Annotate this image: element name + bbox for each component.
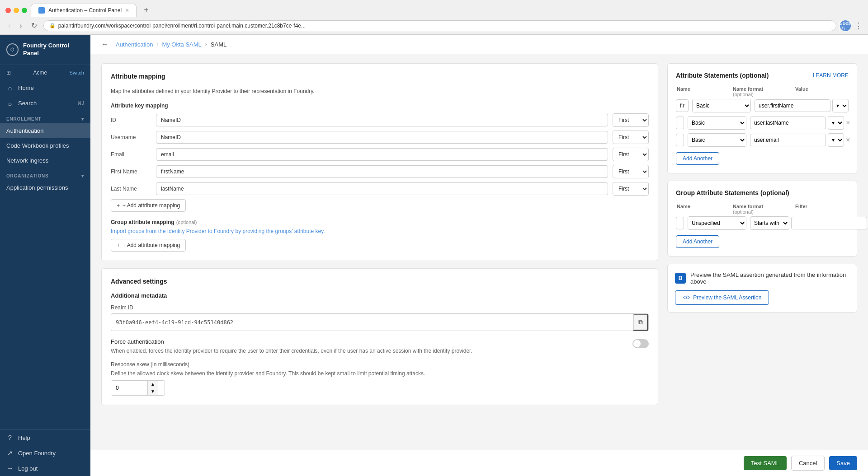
attr-format-group-lastname: BasicURI ReferenceUnspecified: [688, 116, 746, 130]
cancel-button[interactable]: Cancel: [791, 456, 825, 471]
mapping-select-lastname[interactable]: FirstAll: [613, 182, 649, 196]
help-icon: ?: [6, 434, 14, 441]
attr-format-select-email[interactable]: BasicURI ReferenceUnspecified: [688, 134, 746, 146]
realm-id-field: Realm ID ⧉: [111, 304, 649, 331]
tab-close-button[interactable]: ×: [125, 7, 129, 14]
attr-remove-email[interactable]: ×: [846, 136, 850, 144]
number-down-button[interactable]: ▼: [148, 388, 158, 395]
browser-tab[interactable]: Authentication – Control Panel ×: [31, 4, 137, 17]
organizations-arrow-icon: ▾: [81, 173, 84, 178]
breadcrumb-sep-2: ›: [205, 41, 207, 47]
force-auth-desc: When enabled, forces the identity provid…: [111, 347, 627, 355]
browser-profile[interactable]: Guest (2): [840, 20, 851, 31]
save-button[interactable]: Save: [829, 456, 857, 470]
realm-id-copy-button[interactable]: ⧉: [633, 314, 648, 331]
group-filter-type-select[interactable]: Starts withEqualsContainsRegex: [750, 216, 789, 230]
group-name-input[interactable]: [676, 217, 684, 229]
force-auth-toggle[interactable]: [632, 339, 649, 348]
group-filter-value-input[interactable]: [791, 217, 867, 229]
attr-name-lastname[interactable]: [676, 117, 684, 129]
add-another-attr-statement-button[interactable]: Add Another: [676, 152, 719, 165]
sidebar-section-enrollment: ENROLLMENT ▾: [0, 111, 90, 123]
back-button[interactable]: ‹: [5, 20, 13, 32]
enrollment-arrow-icon: ▾: [81, 117, 84, 121]
sidebar-item-search[interactable]: ⌕ Search ⌘J: [0, 96, 90, 111]
mapping-input-id[interactable]: [156, 114, 608, 126]
sidebar-item-code-workbook[interactable]: Code Workbook profiles: [0, 138, 90, 153]
realm-id-label: Realm ID: [111, 304, 649, 311]
sidebar: ⬡ Foundry Control Panel ⊞ Acme Switch ⌂ …: [0, 35, 90, 476]
org-icon: ⊞: [6, 70, 11, 76]
new-tab-button[interactable]: +: [140, 4, 152, 17]
number-up-button[interactable]: ▲: [148, 381, 158, 388]
sidebar-item-app-permissions[interactable]: Application permissions: [0, 180, 90, 195]
breadcrumb-okta-saml-link[interactable]: My Okta SAML: [162, 41, 201, 48]
sidebar-item-home[interactable]: ⌂ Home: [0, 80, 90, 96]
breadcrumb-back-button[interactable]: ←: [101, 40, 108, 48]
sidebar-app-title: Foundry Control Panel: [23, 42, 84, 57]
sidebar-header: ⬡ Foundry Control Panel: [0, 35, 90, 65]
response-skew-input[interactable]: [111, 381, 147, 395]
learn-more-link[interactable]: LEARN MORE: [813, 72, 849, 79]
response-skew-label: Response skew (in milliseconds): [111, 361, 649, 368]
attr-value-input-lastname[interactable]: [750, 117, 826, 129]
attr-format-select-firstname[interactable]: BasicURI ReferenceUnspecified: [693, 99, 750, 112]
add-attribute-mapping-button[interactable]: + + Add attribute mapping: [111, 199, 186, 212]
preview-saml-button[interactable]: </> Preview the SAML Assertion: [675, 290, 769, 305]
close-dot[interactable]: [5, 8, 11, 13]
page-body: Attribute mapping Map the attributes def…: [90, 54, 868, 450]
enrollment-section-label: ENROLLMENT: [6, 117, 41, 121]
attr-format-select-lastname[interactable]: BasicURI ReferenceUnspecified: [688, 117, 746, 129]
breadcrumb-sep-1: ›: [156, 41, 158, 47]
attr-value-select-lastname[interactable]: ▾: [828, 116, 844, 130]
realm-id-input[interactable]: [111, 316, 633, 329]
add-attribute-label: + Add attribute mapping: [123, 202, 180, 209]
breadcrumb-authentication-link[interactable]: Authentication: [116, 41, 153, 48]
sidebar-logo: ⬡: [6, 43, 19, 56]
metadata-section-title: Additional metadata: [111, 292, 649, 299]
toggle-slider: [632, 339, 649, 348]
attribute-mapping-desc: Map the attributes defined in your Ident…: [111, 87, 649, 95]
attr-value-select-email[interactable]: ▾: [828, 133, 844, 147]
sidebar-item-help[interactable]: ? Help: [0, 430, 90, 445]
attr-value-input-firstname[interactable]: [755, 99, 830, 112]
code-icon: </>: [683, 294, 690, 301]
attr-name-email[interactable]: [676, 134, 684, 146]
sidebar-item-code-workbook-label: Code Workbook profiles: [6, 142, 69, 149]
mapping-input-email[interactable]: [156, 148, 608, 161]
group-filter-row: UnspecifiedBasicURI Reference Starts wit…: [676, 216, 849, 230]
forward-button[interactable]: ›: [17, 20, 24, 32]
maximize-dot[interactable]: [22, 8, 27, 13]
minimize-dot[interactable]: [14, 8, 19, 13]
sidebar-item-authentication[interactable]: Authentication: [0, 123, 90, 138]
test-saml-button[interactable]: Test SAML: [744, 456, 787, 470]
mapping-input-lastname[interactable]: [156, 182, 608, 195]
mapping-select-firstname[interactable]: FirstAll: [613, 165, 649, 178]
mapping-select-username[interactable]: FirstAll: [613, 131, 649, 144]
attr-value-input-email[interactable]: [750, 134, 826, 146]
sidebar-item-network-ingress[interactable]: Network ingress: [0, 153, 90, 168]
url-bar[interactable]: 🔒 palantirfoundry.com/workspace/control-…: [43, 20, 836, 31]
plus-icon: +: [117, 202, 120, 209]
sidebar-item-log-out[interactable]: → Log out: [0, 461, 90, 476]
add-group-attribute-button[interactable]: + + Add attribute mapping: [111, 239, 186, 252]
home-icon: ⌂: [6, 84, 14, 92]
group-filter-value-group: Starts withEqualsContainsRegex: [750, 216, 867, 230]
switch-org-button[interactable]: Switch: [70, 70, 84, 75]
reload-button[interactable]: ↻: [28, 19, 40, 32]
attr-remove-lastname[interactable]: ×: [846, 119, 850, 127]
mapping-select-email[interactable]: FirstAll: [613, 148, 649, 161]
sidebar-item-open-foundry[interactable]: ↗ Open Foundry: [0, 445, 90, 461]
attr-name-firstname[interactable]: [676, 99, 689, 112]
add-another-group-attr-button[interactable]: Add Another: [676, 235, 719, 248]
attr-statements-card: Attribute Statements (optional) LEARN MO…: [667, 63, 857, 173]
group-col-format-text: Name format: [733, 204, 792, 209]
group-format-select[interactable]: UnspecifiedBasicURI Reference: [688, 217, 746, 229]
group-attr-table-header: Name Name format (optional) Filter: [676, 204, 849, 215]
mapping-input-username[interactable]: [156, 131, 608, 144]
attr-value-select-firstname[interactable]: ▾: [832, 99, 849, 112]
browser-menu-button[interactable]: ⋮: [854, 21, 863, 31]
force-auth-row: Force authentication When enabled, force…: [111, 338, 649, 355]
mapping-select-id[interactable]: FirstAll: [613, 113, 649, 127]
mapping-input-firstname[interactable]: [156, 165, 608, 178]
